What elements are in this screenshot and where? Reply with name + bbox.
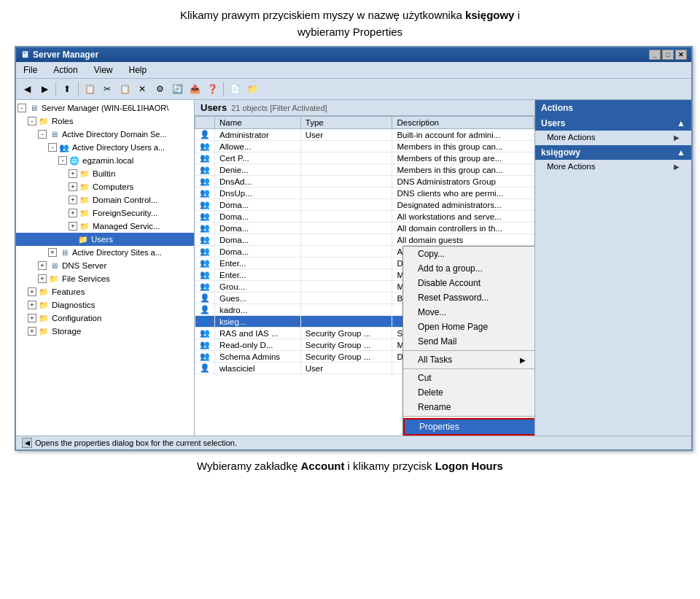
user-icon-cell: 👥: [195, 199, 215, 211]
table-row[interactable]: 👥 Cert P... Members of this group are...: [195, 152, 534, 164]
tree-item-builtin[interactable]: + 📁 Builtin: [16, 167, 194, 180]
expander-diagnostics[interactable]: +: [28, 301, 36, 309]
user-name-cell: kadro...: [215, 304, 301, 316]
menu-view[interactable]: View: [90, 63, 117, 77]
aduc-icon: 👥: [58, 142, 70, 153]
expander-storage[interactable]: +: [28, 327, 36, 336]
tree-item-file-services[interactable]: + 📁 File Services: [16, 272, 194, 285]
ctx-send-mail[interactable]: Send Mail: [403, 334, 534, 349]
tree-item-ad-sites[interactable]: + 🖥 Active Directory Sites a...: [16, 246, 194, 259]
table-row[interactable]: 👥 Denie... Members in this group can...: [195, 164, 534, 176]
forward-button[interactable]: ▶: [36, 81, 52, 97]
up-button[interactable]: ⬆: [59, 81, 75, 97]
tree-item-adds[interactable]: - 🖥 Active Directory Domain Se...: [16, 128, 194, 141]
tree-item-domain-control[interactable]: + 📁 Domain Control...: [16, 193, 194, 206]
tree-item-managed-service[interactable]: + 📁 Managed Servic...: [16, 220, 194, 233]
table-row[interactable]: 👥 Doma... All domain controllers in th..…: [195, 223, 534, 234]
expander-managed-service[interactable]: +: [69, 222, 77, 231]
ctx-properties[interactable]: Properties: [403, 418, 534, 436]
tree-item-roles[interactable]: - 📁 Roles: [16, 115, 194, 128]
col-name-header[interactable]: Name: [215, 117, 301, 129]
show-hide-button[interactable]: 📋: [82, 81, 98, 97]
table-row[interactable]: 👥 Doma... All workstations and serve...: [195, 211, 534, 223]
table-row[interactable]: 👥 Doma... All domain guests: [195, 234, 534, 246]
tree-item-aduc[interactable]: - 👥 Active Directory Users a...: [16, 141, 194, 154]
expander-ad-sites[interactable]: +: [48, 248, 57, 257]
table-row[interactable]: 👥 DnsAd... DNS Administrators Group: [195, 176, 534, 188]
tree-item-domain[interactable]: - 🌐 egzamin.local: [16, 154, 194, 167]
expander-adds[interactable]: -: [38, 130, 47, 139]
user-icon-cell: 👥: [195, 269, 215, 281]
builtin-icon: 📁: [79, 168, 90, 179]
table-row[interactable]: 👥 Allowe... Members in this group can...: [195, 141, 534, 152]
expander-domain-control[interactable]: +: [69, 196, 77, 204]
user-type-cell: [300, 293, 392, 304]
ctx-move[interactable]: Move...: [403, 305, 534, 320]
menu-action[interactable]: Action: [49, 63, 82, 77]
expander-file-services[interactable]: +: [38, 274, 47, 283]
user-desc-cell: Members of this group are...: [392, 152, 534, 164]
tree-item-features[interactable]: + 📁 Features: [16, 285, 194, 298]
expander-features[interactable]: +: [28, 287, 36, 296]
actions-users-header[interactable]: Users ▲: [535, 116, 691, 131]
tree-item-configuration[interactable]: + 📁 Configuration: [16, 312, 194, 325]
ctx-disable-account[interactable]: Disable Account: [403, 276, 534, 290]
table-row[interactable]: 👤 Administrator User Built-in account fo…: [195, 129, 534, 141]
expander-foreign-security[interactable]: +: [69, 209, 77, 217]
actions-section-ksiegowy: księgowy ▲ More Actions ▶: [535, 145, 691, 173]
paste-button[interactable]: 📋: [117, 81, 133, 97]
table-row[interactable]: 👥 Doma... Designated administrators...: [195, 199, 534, 211]
help-icon-button[interactable]: ❓: [204, 81, 220, 97]
user-icon-cell: 👥: [195, 223, 215, 234]
maximize-button[interactable]: □: [662, 50, 674, 60]
expander-computers[interactable]: +: [69, 182, 77, 191]
task-button[interactable]: 📁: [244, 81, 260, 97]
ctx-add-to-group[interactable]: Add to a group...: [403, 261, 534, 276]
ctx-copy[interactable]: Copy...: [403, 247, 534, 261]
copy-button[interactable]: ✂: [99, 81, 115, 97]
table-scroll[interactable]: Name Type Description 👤 Administrator Us…: [195, 116, 534, 436]
back-button[interactable]: ◀: [19, 81, 35, 97]
close-button[interactable]: ✕: [675, 50, 687, 60]
export-button[interactable]: 📤: [187, 81, 203, 97]
col-type-header[interactable]: Type: [300, 117, 392, 129]
minimize-button[interactable]: _: [649, 50, 661, 60]
user-name-cell: Grou...: [215, 281, 301, 293]
tree-item-foreign-security[interactable]: + 📁 ForeignSecurity...: [16, 206, 194, 220]
properties-button[interactable]: ⚙: [152, 81, 168, 97]
expander-configuration[interactable]: +: [28, 314, 36, 322]
ctx-delete[interactable]: Delete: [403, 385, 534, 400]
expander-dns[interactable]: +: [38, 261, 47, 270]
menu-file[interactable]: File: [19, 63, 42, 77]
ctx-rename[interactable]: Rename: [403, 400, 534, 414]
tree-item-diagnostics[interactable]: + 📁 Diagnostics: [16, 298, 194, 312]
tree-item-server-manager[interactable]: - 🖥 Server Manager (WIN-E6L1IHAOR\: [16, 101, 194, 115]
ctx-reset-password[interactable]: Reset Password...: [403, 290, 534, 305]
menu-help[interactable]: Help: [125, 63, 152, 77]
titlebar-buttons[interactable]: _ □ ✕: [649, 50, 687, 60]
refresh-button[interactable]: 🔄: [169, 81, 185, 97]
tree-item-users[interactable]: 📁 Users: [16, 233, 194, 246]
actions-users-more-actions[interactable]: More Actions ▶: [535, 131, 691, 144]
expander-aduc[interactable]: -: [48, 143, 57, 152]
expander-roles[interactable]: -: [28, 117, 36, 125]
tree-item-storage[interactable]: + 📁 Storage: [16, 325, 194, 338]
user-name-cell: Doma...: [215, 246, 301, 258]
expander-builtin[interactable]: +: [69, 169, 77, 178]
tree-item-dns[interactable]: + 🖥 DNS Server: [16, 259, 194, 272]
ctx-all-tasks[interactable]: All Tasks ▶: [403, 352, 534, 367]
new-button[interactable]: 📄: [227, 81, 243, 97]
expander-domain[interactable]: -: [58, 156, 67, 165]
user-desc-cell: All workstations and serve...: [392, 211, 534, 223]
table-row[interactable]: 👥 DnsUp... DNS clients who are permi...: [195, 188, 534, 199]
actions-ksiegowy-header[interactable]: księgowy ▲: [535, 145, 691, 160]
ctx-cut[interactable]: Cut: [403, 371, 534, 385]
delete-button[interactable]: ✕: [134, 81, 150, 97]
col-desc-header[interactable]: Description: [392, 117, 534, 129]
tree-item-computers[interactable]: + 📁 Computers: [16, 180, 194, 193]
expander-server-manager[interactable]: -: [18, 104, 26, 112]
statusbar-scroll-left[interactable]: ◀: [22, 438, 32, 448]
actions-ksiegowy-more-actions[interactable]: More Actions ▶: [535, 160, 691, 173]
server-manager-icon: 🖥: [28, 102, 39, 114]
ctx-open-home-page[interactable]: Open Home Page: [403, 320, 534, 334]
